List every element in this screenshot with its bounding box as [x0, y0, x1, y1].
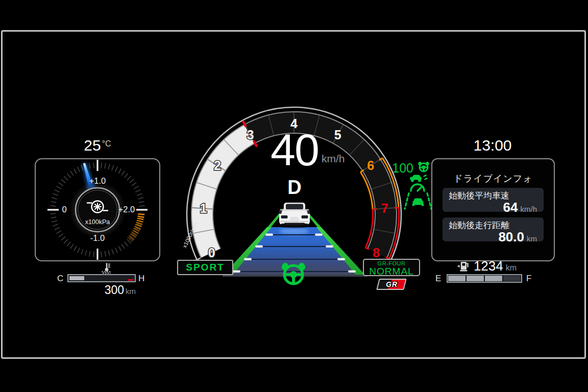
odometer: 300km	[70, 283, 136, 297]
svg-text:7: 7	[381, 201, 388, 215]
car-reflection	[279, 228, 309, 235]
boost-gauge: x100kPa +1.0 +2.0 -1.0 0	[35, 158, 160, 261]
svg-text:8: 8	[373, 246, 380, 260]
odometer-unit: km	[126, 287, 136, 296]
coolant-temp-bar	[67, 274, 136, 282]
fuel-pump-icon	[457, 260, 471, 273]
clock: 13:00	[449, 137, 536, 154]
fuel-gauge-bar	[447, 274, 522, 283]
fuel-segment	[503, 276, 521, 281]
boost-unit-label: x100kPa	[85, 218, 110, 226]
fuel-range: 1234 km	[445, 258, 529, 274]
avg-speed-unit: km/h	[520, 205, 537, 213]
drive-info-row-avg-speed: 始動後平均車速 64km/h	[443, 188, 544, 212]
distance-value: 80.0	[498, 229, 524, 244]
fuel-segment	[485, 276, 502, 281]
fuel-empty-label: E	[435, 274, 441, 284]
speed-unit: km/h	[322, 153, 345, 165]
svg-text:6: 6	[367, 158, 374, 173]
drive-info-panel: ドライブインフォ 始動後平均車速 64km/h 始動後走行距離 80.0km	[431, 158, 555, 261]
drive-mode-badge: SPORT	[177, 260, 233, 275]
svg-text:1: 1	[200, 201, 207, 215]
lta-steering-icon	[416, 160, 431, 173]
fuel-range-unit: km	[506, 263, 517, 273]
fuel-full-label: F	[526, 274, 531, 284]
odometer-value: 300	[105, 283, 124, 297]
fuel-range-value: 1234	[474, 258, 503, 274]
boost-label-right: +2.0	[118, 205, 135, 214]
outside-temperature-value: 25	[84, 137, 101, 154]
coolant-cold-label: C	[57, 274, 63, 284]
outside-temperature: 25°C	[60, 137, 135, 154]
boost-label-left: 0	[62, 205, 66, 214]
gr-logo: GR	[376, 279, 406, 290]
car-graphic	[278, 203, 311, 228]
gr-logo-text: GR	[386, 280, 398, 288]
coolant-hot-label: H	[138, 274, 144, 284]
svg-text:0: 0	[208, 246, 215, 260]
drive-info-title: ドライブインフォ	[432, 173, 554, 185]
boost-label-top: +1.0	[89, 176, 106, 185]
fuel-segment	[467, 276, 484, 281]
awd-mode-label: NORMAL	[364, 266, 419, 276]
distance-unit: km	[527, 234, 537, 243]
acc-set-speed: 100	[390, 161, 413, 176]
coolant-hot-mark	[128, 279, 134, 281]
drive-info-row-distance: 始動後走行距離 80.0km	[443, 217, 544, 241]
avg-speed-value: 64	[503, 200, 518, 215]
svg-text:2: 2	[214, 158, 221, 173]
instrument-cluster: 25°C	[0, 0, 588, 392]
radar-cruise-icon	[404, 174, 432, 193]
awd-mode-badge: GR-FOUR NORMAL	[363, 259, 420, 276]
gear-indicator: D	[243, 177, 346, 199]
speed-value: 40	[243, 128, 346, 173]
fuel-segment	[448, 276, 465, 281]
lane-tracing-assist-icon	[278, 259, 309, 287]
outside-temperature-unit: °C	[102, 139, 111, 148]
coolant-temp-fill	[69, 276, 84, 280]
drive-mode-label: SPORT	[186, 262, 224, 273]
lane-departure-icon	[404, 192, 432, 210]
boost-label-bottom: -1.0	[90, 233, 105, 242]
coolant-temp-icon	[101, 262, 113, 274]
